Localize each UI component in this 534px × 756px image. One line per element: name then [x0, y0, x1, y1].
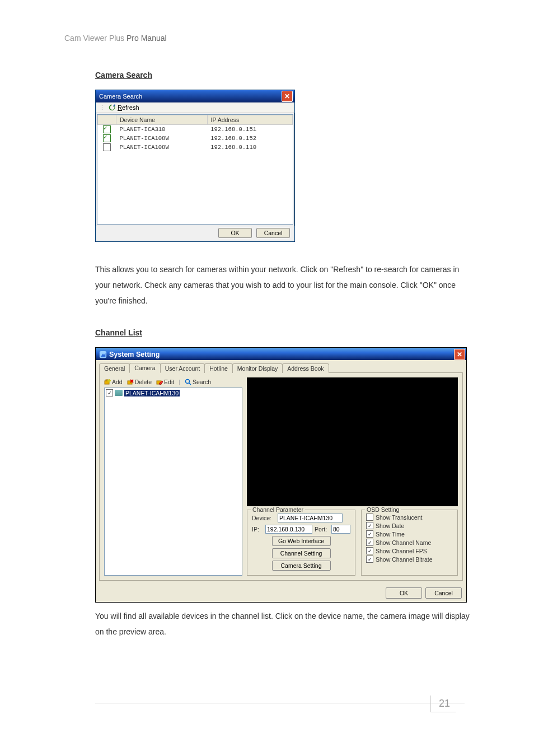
tab-hotline[interactable]: Hotline: [204, 363, 233, 373]
ip-field[interactable]: [265, 525, 312, 534]
channel-parameter-group: Channel Parameter Device: IP: Port:: [247, 510, 355, 576]
search-label: Search: [193, 379, 211, 385]
osd-label: Show Translucent: [376, 514, 422, 521]
camera-search-table: Device Name IP Address PLANET-ICA310192.…: [97, 115, 293, 152]
tree-item-label: PLANET-ICAHM130: [124, 390, 180, 396]
paragraph-channel-list: You will find all available devices in t…: [95, 608, 470, 640]
cell-device-name: PLANET-ICA108W: [116, 143, 208, 152]
tree-item[interactable]: ✓ PLANET-ICAHM130: [106, 389, 241, 396]
tab-monitor-display[interactable]: Monitor Display: [232, 363, 283, 373]
port-field[interactable]: [331, 525, 350, 534]
device-label: Device:: [252, 515, 275, 521]
close-button[interactable]: ✕: [454, 349, 465, 360]
channel-toolbar: Add Delete Edit: [104, 377, 242, 386]
channel-tree[interactable]: ✓ PLANET-ICAHM130: [104, 388, 242, 576]
col-ip-address[interactable]: IP Address: [207, 115, 292, 125]
system-setting-tabs: GeneralCameraUser AccountHotlineMonitor …: [99, 362, 463, 373]
cancel-button[interactable]: Cancel: [256, 228, 290, 238]
system-setting-dialog: System Setting ✕ GeneralCameraUser Accou…: [95, 347, 467, 603]
close-icon: ✕: [284, 93, 290, 100]
channel-setting-button[interactable]: Channel Setting: [272, 548, 331, 558]
toolbar-separator: |: [179, 379, 180, 385]
tab-user-account[interactable]: User Account: [160, 363, 205, 373]
osd-checkbox[interactable]: [366, 547, 373, 554]
svg-rect-4: [107, 380, 111, 381]
preview-area: [247, 377, 458, 506]
section-title-camera-search: Camera Search: [95, 71, 152, 80]
doc-manual-label: Pro Manual: [127, 34, 167, 43]
row-checkbox[interactable]: [103, 134, 111, 142]
refresh-button[interactable]: Refresh: [118, 104, 139, 111]
osd-label: Show Channel Bitrate: [376, 556, 433, 563]
osd-option[interactable]: Show Time: [366, 530, 453, 538]
osd-checkbox[interactable]: [366, 530, 373, 538]
ok-button[interactable]: OK: [218, 228, 252, 238]
camera-search-toolbar: ⋮ Refresh: [96, 102, 294, 113]
row-checkbox[interactable]: [103, 125, 111, 133]
osd-option[interactable]: Show Channel FPS: [366, 547, 453, 554]
tab-address-book[interactable]: Address Book: [282, 363, 329, 373]
cell-device-name: PLANET-ICA108W: [116, 134, 208, 143]
app-icon: [99, 351, 107, 358]
paragraph-camera-search: This allows you to search for cameras wi…: [95, 262, 470, 309]
delete-button[interactable]: Delete: [127, 379, 152, 385]
close-icon: ✕: [457, 351, 462, 358]
osd-checkbox[interactable]: [366, 522, 373, 529]
osd-option[interactable]: Show Channel Name: [366, 539, 453, 546]
toolbar-divider: ⋮: [99, 104, 105, 111]
cell-ip-address: 192.168.0.110: [207, 143, 292, 152]
camera-search-titlebar: Camera Search ✕: [96, 90, 294, 102]
osd-label: Show Date: [376, 522, 404, 529]
add-button[interactable]: Add: [104, 379, 123, 385]
col-device-name[interactable]: Device Name: [116, 115, 208, 125]
osd-checkbox[interactable]: [366, 539, 373, 546]
channel-parameter-legend: Channel Parameter: [251, 506, 305, 513]
svg-point-7: [185, 380, 189, 384]
osd-option[interactable]: Show Translucent: [366, 514, 453, 521]
edit-label: Edit: [164, 379, 174, 385]
tree-checkbox[interactable]: ✓: [106, 389, 113, 396]
page-number: 21: [430, 696, 456, 712]
osd-option[interactable]: Show Date: [366, 522, 453, 529]
osd-option[interactable]: Show Channel Bitrate: [366, 556, 453, 563]
search-button[interactable]: Search: [185, 379, 211, 385]
camera-setting-button[interactable]: Camera Setting: [272, 561, 331, 571]
system-setting-titlebar: System Setting ✕: [96, 348, 466, 360]
osd-setting-group: OSD Setting Show TranslucentShow DateSho…: [361, 510, 458, 576]
edit-button[interactable]: Edit: [156, 379, 174, 385]
tab-general[interactable]: General: [99, 363, 130, 373]
row-checkbox[interactable]: [103, 143, 111, 151]
osd-checkbox[interactable]: [366, 556, 373, 563]
osd-checkbox[interactable]: [366, 514, 373, 521]
port-label: Port:: [315, 526, 329, 533]
camera-search-dialog: Camera Search ✕ ⋮ Refresh Device Name IP…: [95, 90, 295, 242]
cell-ip-address: 192.168.0.151: [207, 125, 292, 134]
section-title-channel-list: Channel List: [95, 328, 142, 337]
system-setting-title: System Setting: [109, 351, 160, 358]
cell-ip-address: 192.168.0.152: [207, 134, 292, 143]
cancel-button[interactable]: Cancel: [425, 587, 462, 599]
cell-device-name: PLANET-ICA310: [116, 125, 208, 134]
camera-search-title: Camera Search: [99, 93, 142, 100]
camera-icon: [115, 390, 123, 396]
close-button[interactable]: ✕: [282, 91, 293, 102]
ip-label: IP:: [252, 526, 263, 533]
doc-title: Cam Viewer Plus: [64, 34, 124, 43]
osd-legend: OSD Setting: [365, 506, 401, 513]
osd-label: Show Channel Name: [376, 539, 431, 546]
ok-button[interactable]: OK: [386, 587, 422, 599]
delete-label: Delete: [135, 379, 152, 385]
table-row[interactable]: PLANET-ICA310192.168.0.151: [98, 125, 293, 134]
tab-camera[interactable]: Camera: [129, 363, 160, 373]
osd-label: Show Channel FPS: [376, 548, 427, 554]
table-row[interactable]: PLANET-ICA108W192.168.0.152: [98, 134, 293, 143]
search-icon: [185, 379, 191, 385]
edit-icon: [156, 379, 163, 385]
refresh-icon: [108, 104, 116, 111]
osd-label: Show Time: [376, 531, 405, 538]
col-check: [98, 115, 116, 125]
delete-icon: [127, 379, 134, 385]
go-web-interface-button[interactable]: Go Web Interface: [272, 536, 331, 546]
device-field[interactable]: [278, 514, 343, 522]
table-row[interactable]: PLANET-ICA108W192.168.0.110: [98, 143, 293, 152]
